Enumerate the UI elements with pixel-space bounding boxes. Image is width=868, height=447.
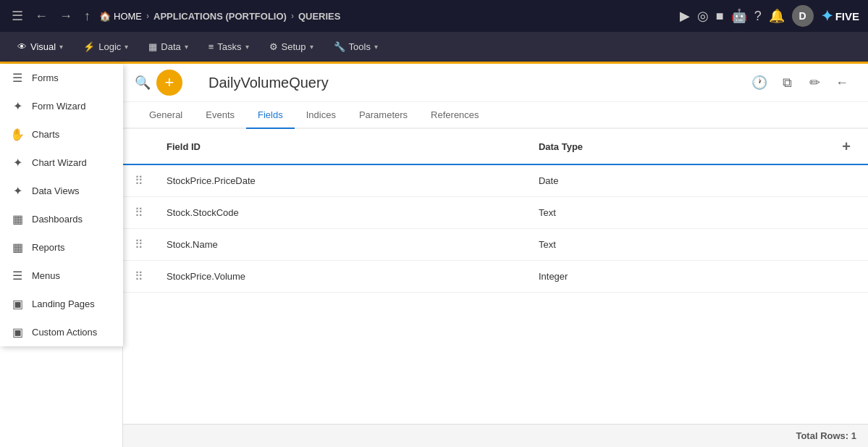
landing-pages-icon: ▣ xyxy=(10,297,25,311)
up-icon[interactable]: ↑ xyxy=(81,6,93,27)
menu-chart-wizard[interactable]: ✦ Chart Wizard → xyxy=(0,149,123,177)
menu-icon[interactable]: ☰ xyxy=(9,5,26,27)
chart-wizard-icon: ✦ xyxy=(10,156,25,170)
tab-parameters[interactable]: Parameters xyxy=(347,102,419,129)
tab-general[interactable]: General xyxy=(138,102,194,129)
tab-references[interactable]: References xyxy=(419,102,490,129)
custom-actions-icon: ▣ xyxy=(10,325,25,339)
tasks-caret: ▾ xyxy=(245,43,249,51)
topbar: ☰ ← → ↑ 🏠 HOME › APPLICATIONS (PORTFOLIO… xyxy=(0,0,868,32)
add-column-button[interactable]: + xyxy=(836,136,856,156)
form-wizard-icon: ✦ xyxy=(10,99,25,113)
target-icon[interactable]: ◎ xyxy=(697,8,709,24)
tasks-icon: ≡ xyxy=(208,41,214,52)
nav-visual[interactable]: 👁 Visual ▾ xyxy=(9,37,72,57)
data-views-icon: ✦ xyxy=(10,184,25,198)
query-header: DailyVolumeQuery 🕐 ⧉ ✏ ← xyxy=(194,64,868,101)
nav-setup[interactable]: ⚙ Setup ▾ xyxy=(261,37,322,57)
stop-icon[interactable]: ■ xyxy=(716,9,724,24)
query-header-actions: 🕐 ⧉ ✏ ← xyxy=(748,71,854,94)
visual-caret: ▾ xyxy=(59,43,63,51)
field-id-4: StockPrice.Volume xyxy=(155,261,527,293)
home-link[interactable]: 🏠 HOME xyxy=(99,11,142,22)
nav-data[interactable]: ▦ Data ▾ xyxy=(140,37,196,57)
copy-icon[interactable]: ⧉ xyxy=(775,71,799,94)
drag-handle-4[interactable]: ⠿ xyxy=(123,261,155,293)
tab-events[interactable]: Events xyxy=(194,102,246,129)
col-drag-header xyxy=(123,129,155,164)
table-row: ⠿ Stock.StockCode Text xyxy=(123,197,868,229)
right-panel: 🔍 + DailyVolumeQuery 🕐 ⧉ ✏ ← General Eve… xyxy=(123,64,868,447)
table-header-row: Field ID Data Type + xyxy=(123,129,868,164)
menu-form-wizard[interactable]: ✦ Form Wizard xyxy=(0,92,123,120)
help-icon[interactable]: ? xyxy=(754,9,762,24)
menu-data-views[interactable]: ✦ Data Views xyxy=(0,177,123,205)
nav-tasks[interactable]: ≡ Tasks ▾ xyxy=(200,37,258,57)
data-type-4: Integer xyxy=(527,261,825,293)
queries-link[interactable]: QUERIES xyxy=(298,11,341,22)
portfolio-link[interactable]: APPLICATIONS (PORTFOLIO) xyxy=(153,11,287,22)
col-add-header: + xyxy=(825,129,868,164)
tabs-bar: General Events Fields Indices Parameters… xyxy=(123,102,868,129)
bell-icon[interactable]: 🔔 xyxy=(769,8,785,24)
data-icon: ▦ xyxy=(148,41,157,52)
tab-indices[interactable]: Indices xyxy=(295,102,347,129)
field-id-2: Stock.StockCode xyxy=(155,197,527,229)
sub-toolbar: 🔍 + xyxy=(123,64,194,101)
drag-handle-3[interactable]: ⠿ xyxy=(123,229,155,261)
edit-icon[interactable]: ✏ xyxy=(803,71,826,94)
robot-icon[interactable]: 🤖 xyxy=(731,8,747,24)
forms-icon: ☰ xyxy=(10,71,25,85)
avatar[interactable]: D xyxy=(792,5,814,27)
topbar-right: ▶ ◎ ■ 🤖 ? 🔔 D ✦ FIVE xyxy=(680,5,859,27)
play-icon[interactable]: ▶ xyxy=(680,8,690,24)
menus-icon: ☰ xyxy=(10,269,25,283)
data-type-1: Date xyxy=(527,164,825,197)
navbar: 👁 Visual ▾ ⚡ Logic ▾ ▦ Data ▾ ≡ Tasks ▾ … xyxy=(0,32,868,64)
menu-forms[interactable]: ☰ Forms xyxy=(0,64,123,92)
fields-table: Field ID Data Type + ⠿ StockPrice.PriceD… xyxy=(123,129,868,293)
charts-icon: ✋ xyxy=(10,128,25,141)
back-icon[interactable]: ← xyxy=(32,6,51,27)
logo-star: ✦ xyxy=(821,7,833,25)
search-icon[interactable]: 🔍 xyxy=(135,75,151,91)
nav-logic[interactable]: ⚡ Logic ▾ xyxy=(75,37,137,57)
dashboards-icon: ▦ xyxy=(10,212,25,226)
menu-menus[interactable]: ☰ Menus xyxy=(0,262,123,290)
logic-caret: ▾ xyxy=(125,43,128,51)
menu-charts[interactable]: ✋ Charts → xyxy=(0,120,123,149)
tools-caret: ▾ xyxy=(374,43,378,51)
visual-dropdown: ☰ Forms ✦ Form Wizard ✋ Charts → ✦ Chart… xyxy=(0,64,123,346)
sidebar: ☰ Forms ✦ Form Wizard ✋ Charts → ✦ Chart… xyxy=(0,64,123,447)
col-fieldid-header: Field ID xyxy=(155,129,527,164)
breadcrumb-arrow-1: › xyxy=(146,11,149,21)
menu-reports[interactable]: ▦ Reports xyxy=(0,233,123,262)
menu-custom-actions[interactable]: ▣ Custom Actions xyxy=(0,318,123,346)
add-button[interactable]: + xyxy=(156,70,182,96)
visual-icon: 👁 xyxy=(17,41,27,52)
setup-caret: ▾ xyxy=(310,43,313,51)
tools-icon: 🔧 xyxy=(334,41,345,52)
panel-header: 🔍 + DailyVolumeQuery 🕐 ⧉ ✏ ← xyxy=(123,64,868,102)
nav-tools[interactable]: 🔧 Tools ▾ xyxy=(325,37,387,57)
query-title: DailyVolumeQuery xyxy=(208,75,741,91)
menu-landing-pages[interactable]: ▣ Landing Pages xyxy=(0,290,123,318)
close-icon[interactable]: ← xyxy=(830,71,854,94)
drag-handle-1[interactable]: ⠿ xyxy=(123,164,155,197)
table-row: ⠿ Stock.Name Text xyxy=(123,229,868,261)
total-rows-label: Total Rows: 1 xyxy=(796,430,856,441)
logic-icon: ⚡ xyxy=(83,41,95,52)
data-type-2: Text xyxy=(527,197,825,229)
drag-handle-2[interactable]: ⠿ xyxy=(123,197,155,229)
tab-fields[interactable]: Fields xyxy=(246,102,295,129)
data-type-3: Text xyxy=(527,229,825,261)
breadcrumb-arrow-2: › xyxy=(291,11,294,21)
field-id-1: StockPrice.PriceDate xyxy=(155,164,527,197)
breadcrumb: 🏠 HOME › APPLICATIONS (PORTFOLIO) › QUER… xyxy=(99,11,674,22)
menu-dashboards[interactable]: ▦ Dashboards xyxy=(0,205,123,233)
history-icon[interactable]: 🕐 xyxy=(748,71,771,94)
forward-icon[interactable]: → xyxy=(56,6,75,27)
setup-icon: ⚙ xyxy=(269,41,278,52)
col-datatype-header: Data Type xyxy=(527,129,825,164)
fields-table-container: Field ID Data Type + ⠿ StockPrice.PriceD… xyxy=(123,129,868,424)
